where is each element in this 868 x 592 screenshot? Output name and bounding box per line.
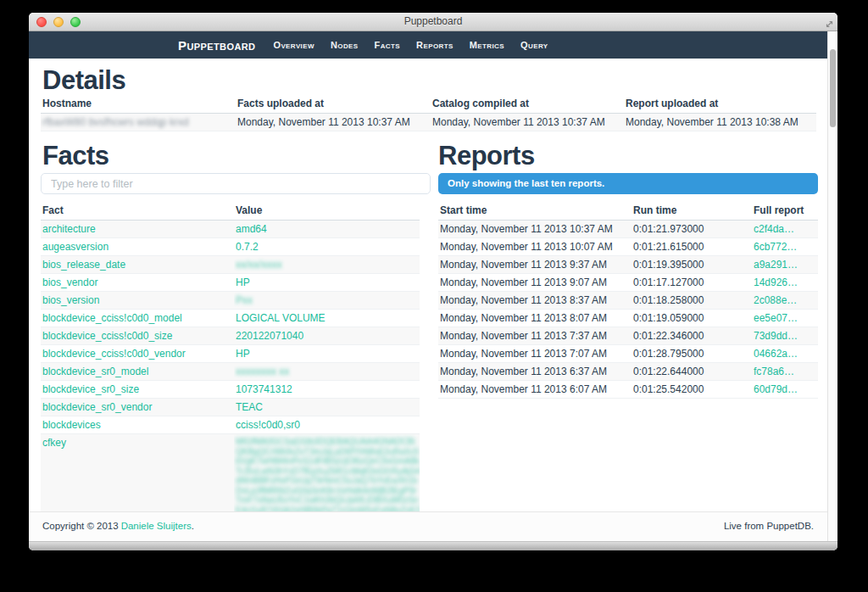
copyright-suffix: .	[192, 521, 194, 531]
fact-row: blockdevice_cciss!c0d0_vendor HP	[41, 345, 420, 363]
fact-link[interactable]: blockdevice_sr0_vendor	[42, 401, 152, 413]
report-hash-link[interactable]: 6cb772…	[754, 241, 797, 253]
fact-link[interactable]: augeasversion	[42, 241, 108, 253]
report-hash-link[interactable]: 73d9dd…	[754, 330, 798, 342]
page-footer: Copyright © 2013Daniele Sluijters. Live …	[29, 511, 827, 541]
reports-table: Start time Run time Full report Monday, …	[438, 202, 818, 399]
report-run-time: 0:01:21.973000	[632, 221, 752, 238]
facts-filter-input[interactable]	[41, 173, 431, 194]
desktop-background: Puppetboard Puppetboard Overview Nodes F…	[0, 0, 868, 592]
fact-row: bios_version Pxx	[41, 292, 420, 310]
fact-row: blockdevice_sr0_vendor TEAC	[41, 399, 420, 416]
fact-value: 220122071040	[236, 330, 303, 342]
fact-value-redacted: Pxx	[236, 294, 253, 306]
report-hash-link[interactable]: c2f4da…	[754, 223, 794, 235]
fact-row: blockdevice_cciss!c0d0_size 220122071040	[41, 327, 420, 345]
fact-row: bios_vendor HP	[41, 274, 420, 292]
fact-value: amd64	[236, 223, 267, 235]
report-hash-link[interactable]: 2c088e…	[754, 294, 797, 306]
fact-link[interactable]: blockdevice_sr0_size	[42, 383, 139, 395]
report-row: Monday, November 11 2013 9:37 AM 0:01:19…	[438, 256, 818, 274]
vertical-scrollbar-thumb[interactable]	[830, 49, 836, 127]
fact-link[interactable]: blockdevice_sr0_model	[42, 366, 148, 377]
report-row: Monday, November 11 2013 6:07 AM 0:01:25…	[438, 381, 818, 399]
main-navbar: Puppetboard Overview Nodes Facts Reports…	[29, 31, 827, 59]
facts-col-fact: Fact	[41, 202, 234, 221]
fact-value: 0.7.2	[236, 241, 259, 253]
reports-col-full: Full report	[752, 202, 818, 221]
report-run-time: 0:01:22.346000	[632, 327, 752, 345]
nav-item-facts[interactable]: Facts	[375, 40, 401, 50]
nav-item-overview[interactable]: Overview	[273, 40, 314, 50]
fact-row: bios_release_date xx/xx/xxxx	[41, 256, 420, 274]
facts-heading: Facts	[42, 141, 108, 171]
fact-value-redacted: xx/xx/xxxx	[236, 259, 282, 271]
copyright-text: Copyright © 2013	[42, 521, 119, 531]
details-col-report-uploaded: Report uploaded at	[624, 95, 816, 114]
report-run-time: 0:01:22.644000	[632, 363, 752, 381]
details-col-catalog-compiled: Catalog compiled at	[431, 95, 624, 114]
report-start-time: Monday, November 11 2013 10:37 AM	[438, 221, 632, 238]
report-start-time: Monday, November 11 2013 7:37 AM	[438, 327, 632, 345]
report-row: Monday, November 11 2013 10:37 AM 0:01:2…	[438, 221, 818, 238]
report-row: Monday, November 11 2013 8:37 AM 0:01:18…	[438, 292, 818, 310]
nav-item-nodes[interactable]: Nodes	[331, 40, 359, 50]
facts-uploaded-value: Monday, November 11 2013 10:37 AM	[236, 114, 431, 131]
author-link[interactable]: Daniele Sluijters	[121, 521, 192, 531]
fact-row: augeasversion 0.7.2	[41, 238, 420, 256]
report-row: Monday, November 11 2013 7:37 AM 0:01:22…	[438, 327, 818, 345]
fact-value: 1073741312	[236, 383, 292, 395]
catalog-compiled-value: Monday, November 11 2013 10:37 AM	[431, 114, 624, 131]
fact-link[interactable]: bios_release_date	[42, 259, 125, 271]
fact-link[interactable]: bios_vendor	[42, 276, 97, 288]
fact-link[interactable]: blockdevice_cciss!c0d0_vendor	[42, 348, 186, 360]
hostname-value-redacted: rfbaxW80 bvsfhcwrs wddqp krxd	[42, 116, 189, 128]
navbar-brand[interactable]: Puppetboard	[178, 38, 255, 53]
reports-header-row: Start time Run time Full report	[438, 202, 818, 221]
details-heading: Details	[42, 65, 125, 96]
window-resize-icon[interactable]	[825, 17, 834, 32]
nav-item-reports[interactable]: Reports	[416, 40, 453, 50]
report-hash-link[interactable]: fc78a6…	[754, 366, 794, 377]
fact-value: HP	[236, 348, 250, 360]
fact-link[interactable]: architecture	[42, 223, 96, 235]
report-hash-link[interactable]: 04662a…	[754, 348, 798, 360]
fact-link[interactable]: blockdevice_cciss!c0d0_model	[42, 312, 182, 324]
fact-link[interactable]: blockdevices	[42, 419, 101, 431]
report-start-time: Monday, November 11 2013 9:37 AM	[438, 256, 632, 274]
report-start-time: Monday, November 11 2013 8:37 AM	[438, 292, 632, 310]
report-start-time: Monday, November 11 2013 8:07 AM	[438, 310, 632, 327]
report-start-time: Monday, November 11 2013 9:07 AM	[438, 274, 632, 292]
fact-row: blockdevice_sr0_size 1073741312	[41, 381, 420, 399]
vertical-scrollbar-track[interactable]	[827, 31, 837, 541]
report-run-time: 0:01:19.059000	[632, 310, 752, 327]
facts-col-value: Value	[234, 202, 420, 221]
fact-value: cciss!c0d0,sr0	[236, 419, 300, 431]
report-run-time: 0:01:25.542000	[632, 381, 752, 399]
report-run-time: 0:01:19.395000	[632, 256, 752, 274]
fact-link[interactable]: cfkey	[42, 437, 66, 449]
report-hash-link[interactable]: 14d926…	[754, 276, 798, 288]
fact-row: blockdevices cciss!c0d0,sr0	[41, 416, 420, 434]
report-row: Monday, November 11 2013 9:07 AM 0:01:17…	[438, 274, 818, 292]
details-col-hostname: Hostname	[41, 95, 236, 114]
fact-link[interactable]: bios_version	[42, 294, 99, 306]
report-hash-link[interactable]: a9a291…	[754, 259, 798, 271]
report-hash-link[interactable]: ee5e07…	[754, 312, 798, 324]
fact-value: TEAC	[236, 401, 263, 413]
report-start-time: Monday, November 11 2013 7:07 AM	[438, 345, 632, 363]
nav-item-query[interactable]: Query	[520, 40, 548, 50]
fact-value-redacted: xxxxxxxx xx	[236, 366, 289, 377]
report-run-time: 0:01:17.127000	[632, 274, 752, 292]
reports-col-start: Start time	[438, 202, 632, 221]
nav-item-metrics[interactable]: Metrics	[470, 40, 504, 50]
fact-row: blockdevice_cciss!c0d0_model LOGICAL VOL…	[41, 310, 420, 327]
reports-col-run: Run time	[632, 202, 752, 221]
fact-value: LOGICAL VOLUME	[236, 312, 326, 324]
fact-link[interactable]: blockdevice_cciss!c0d0_size	[42, 330, 172, 342]
report-start-time: Monday, November 11 2013 6:07 AM	[438, 381, 632, 399]
report-hash-link[interactable]: 60d79d…	[754, 383, 798, 395]
facts-table: Fact Value architecture amd64 augeasvers…	[41, 202, 420, 535]
live-from-puppetdb-text: Live from PuppetDB.	[724, 521, 814, 531]
report-uploaded-value: Monday, November 11 2013 10:38 AM	[624, 114, 816, 131]
